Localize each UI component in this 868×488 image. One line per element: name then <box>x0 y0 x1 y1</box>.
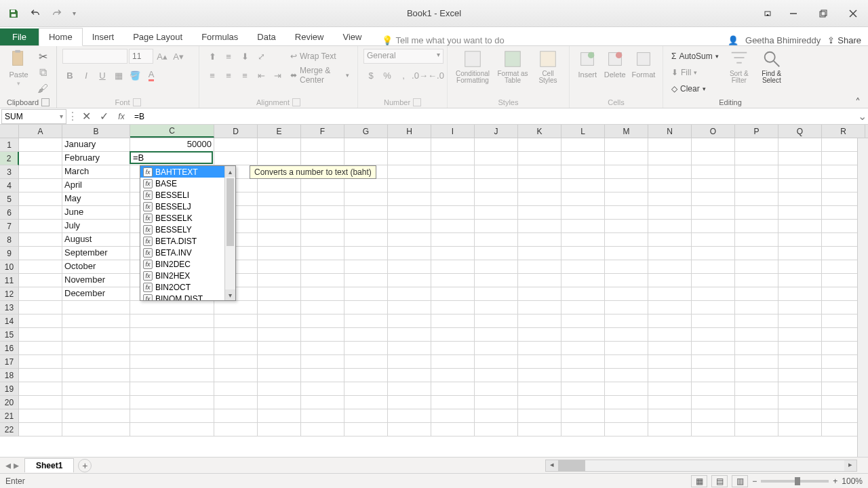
cell-K4[interactable] <box>518 179 561 192</box>
cell-A5[interactable] <box>19 192 62 206</box>
conditional-formatting-button[interactable]: Conditional Formatting <box>453 49 492 84</box>
cell-I6[interactable] <box>431 206 475 220</box>
cell-L22[interactable] <box>561 423 605 436</box>
cell-Q6[interactable] <box>778 206 822 220</box>
cell-N19[interactable] <box>648 382 692 396</box>
cell-H9[interactable] <box>388 247 431 260</box>
cell-B22[interactable] <box>62 423 130 436</box>
cell-O20[interactable] <box>692 396 735 409</box>
cell-M19[interactable] <box>605 382 648 396</box>
cell-E4[interactable] <box>258 179 301 192</box>
cell-F20[interactable] <box>301 396 344 409</box>
cell-F12[interactable] <box>301 287 344 301</box>
cell-P12[interactable] <box>735 287 778 301</box>
cell-I15[interactable] <box>431 328 475 342</box>
cell-J12[interactable] <box>475 287 518 301</box>
clear-button[interactable]: ◇Clear▾ <box>669 81 722 96</box>
cell-H18[interactable] <box>388 369 431 382</box>
cell-K17[interactable] <box>518 355 561 369</box>
cell-O15[interactable] <box>692 328 735 342</box>
row-header-18[interactable]: 18 <box>0 369 19 382</box>
cell-F5[interactable] <box>301 192 344 206</box>
cell-H15[interactable] <box>388 328 431 342</box>
cell-F9[interactable] <box>301 247 344 260</box>
enter-formula-button[interactable]: ✓ <box>95 109 113 124</box>
cell-L11[interactable] <box>561 274 605 287</box>
cell-E5[interactable] <box>258 192 301 206</box>
cell-K18[interactable] <box>518 369 561 382</box>
cell-Q4[interactable] <box>778 179 822 192</box>
cell-O14[interactable] <box>692 314 735 328</box>
align-bottom-button[interactable]: ⬇ <box>237 49 252 64</box>
cell-J20[interactable] <box>475 396 518 409</box>
cell-G13[interactable] <box>344 301 388 314</box>
cell-N8[interactable] <box>648 233 692 247</box>
cell-P5[interactable] <box>735 192 778 206</box>
cell-O6[interactable] <box>692 206 735 220</box>
cell-A4[interactable] <box>19 179 62 192</box>
column-header-F[interactable]: F <box>301 125 344 138</box>
merge-center-button[interactable]: ⬌Merge & Center▾ <box>288 68 352 83</box>
cell-K15[interactable] <box>518 328 561 342</box>
cell-A2[interactable] <box>19 152 62 165</box>
decrease-decimal-button[interactable]: ←.0 <box>429 68 443 83</box>
cell-B8[interactable]: August <box>62 233 130 247</box>
cell-Q21[interactable] <box>778 409 822 423</box>
cell-E8[interactable] <box>258 233 301 247</box>
cell-E2[interactable] <box>258 152 301 165</box>
cell-K20[interactable] <box>518 396 561 409</box>
cell-P20[interactable] <box>735 396 778 409</box>
accounting-format-button[interactable]: $ <box>363 68 378 83</box>
cell-M9[interactable] <box>605 247 648 260</box>
autocomplete-item-bin2hex[interactable]: fxBIN2HEX <box>140 270 235 281</box>
column-header-B[interactable]: B <box>62 125 130 138</box>
cell-F19[interactable] <box>301 382 344 396</box>
autosum-button[interactable]: ΣAutoSum▾ <box>669 49 722 64</box>
cell-M2[interactable] <box>605 152 648 165</box>
cell-I17[interactable] <box>431 355 475 369</box>
cell-O2[interactable] <box>692 152 735 165</box>
cell-I22[interactable] <box>431 423 475 436</box>
cell-N13[interactable] <box>648 301 692 314</box>
autocomplete-item-beta-dist[interactable]: fxBETA.DIST <box>140 235 235 247</box>
cell-K21[interactable] <box>518 409 561 423</box>
cell-H22[interactable] <box>388 423 431 436</box>
active-cell-editor[interactable]: =B <box>130 151 213 164</box>
cell-A3[interactable] <box>19 165 62 179</box>
cell-C17[interactable] <box>130 355 214 369</box>
tab-formulas[interactable]: Formulas <box>192 28 248 45</box>
autocomplete-item-bessely[interactable]: fxBESSELY <box>140 224 235 235</box>
cell-M20[interactable] <box>605 396 648 409</box>
cell-G14[interactable] <box>344 314 388 328</box>
window-minimize-button[interactable] <box>778 0 808 27</box>
cell-Q2[interactable] <box>778 152 822 165</box>
cell-N9[interactable] <box>648 247 692 260</box>
column-header-D[interactable]: D <box>214 125 258 138</box>
cell-D1[interactable] <box>214 138 258 152</box>
row-header-7[interactable]: 7 <box>0 220 19 233</box>
page-layout-view-button[interactable]: ▤ <box>711 475 728 487</box>
column-header-C[interactable]: C <box>130 125 214 138</box>
cell-K2[interactable] <box>518 152 561 165</box>
cell-M12[interactable] <box>605 287 648 301</box>
cell-Q3[interactable] <box>778 165 822 179</box>
cell-H10[interactable] <box>388 260 431 274</box>
cell-Q12[interactable] <box>778 287 822 301</box>
align-top-button[interactable]: ⬆ <box>205 49 220 64</box>
cell-H13[interactable] <box>388 301 431 314</box>
cell-D18[interactable] <box>214 369 258 382</box>
cell-J8[interactable] <box>475 233 518 247</box>
cell-F17[interactable] <box>301 355 344 369</box>
column-header-M[interactable]: M <box>605 125 648 138</box>
row-header-8[interactable]: 8 <box>0 233 19 247</box>
paste-button[interactable]: Paste ▾ <box>5 49 32 87</box>
cell-M5[interactable] <box>605 192 648 206</box>
format-as-table-button[interactable]: Format as Table <box>495 49 530 84</box>
column-header-R[interactable]: R <box>822 125 865 138</box>
fill-button[interactable]: ⬇Fill▾ <box>669 65 722 80</box>
horizontal-scrollbar[interactable]: ◂▸ <box>545 460 857 472</box>
window-maximize-button[interactable] <box>808 0 838 27</box>
cell-J15[interactable] <box>475 328 518 342</box>
wrap-text-button[interactable]: ↩Wrap Text <box>288 49 352 64</box>
vertical-scrollbar[interactable] <box>857 138 868 457</box>
